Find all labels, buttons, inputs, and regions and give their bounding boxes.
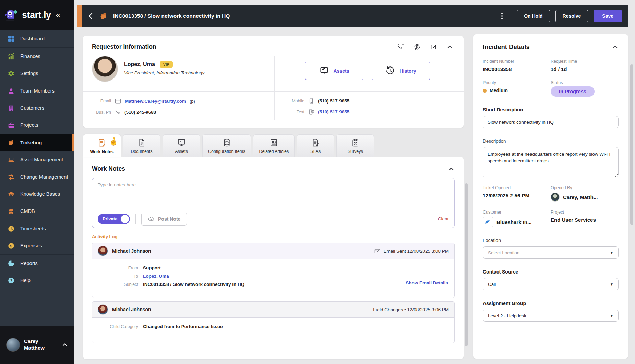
mobile-phone-icon [308,98,314,104]
edit-icon[interactable] [430,43,438,51]
requestor-text-phone-link[interactable]: (510) 517-9855 [318,109,349,114]
requestor-quick-buttons: Assets History [305,62,430,80]
tab-work-notes[interactable]: ☝ Work Notes [83,134,121,157]
post-note-button[interactable]: Post Note [141,213,187,226]
divider [83,91,464,92]
phone-add-icon[interactable] [397,43,404,51]
ticket-icon [8,139,15,146]
on-hold-button[interactable]: On Hold [517,10,550,22]
collapse-chevron-up-icon[interactable] [612,44,619,50]
private-toggle[interactable]: Private [98,214,130,224]
sidebar-user-menu[interactable]: Carey Matthew [0,326,74,364]
assignment-group-select[interactable]: Level 2 - Helpdesk ▼ [483,310,619,322]
short-description-input[interactable] [483,116,619,128]
collapse-chevron-up-icon[interactable] [446,44,453,50]
dropdown-caret-icon: ▼ [610,251,613,255]
clear-link[interactable]: Clear [438,216,449,221]
location-select[interactable]: Select Location ▼ [483,246,619,259]
subject-label: Subject [98,282,138,287]
svg-text:?: ? [10,278,12,283]
sidebar-item-settings[interactable]: Settings [0,65,74,82]
tab-related-articles[interactable]: Related Articles [253,134,295,157]
newspaper-icon [269,138,278,147]
tab-assets[interactable]: Assets [163,134,200,157]
sidebar-item-team-members[interactable]: Team Members [0,82,74,99]
to-value-link[interactable]: Lopez, Uma [143,274,169,279]
sidebar-item-ticketing[interactable]: Ticketing [0,134,74,151]
note-composer: Private Post Note Clear [92,178,455,228]
dropdown-caret-icon: ▼ [610,282,613,286]
email-suffix: (p) [190,99,195,104]
requestor-avatar [92,56,118,82]
cursor-icon: ☝ [108,136,119,147]
sidebar-item-cmdb[interactable]: CMDB [0,203,74,220]
sidebar-item-projects[interactable]: Projects [0,117,74,134]
project-value: End User Services [551,217,619,223]
email-label: Email [92,99,111,104]
envelope-icon [374,248,381,254]
history-clock-icon [385,66,395,75]
save-button[interactable]: Save [594,10,622,22]
sidebar-item-timesheets[interactable]: Timesheets [0,220,74,237]
request-time-label: Request Time [551,59,619,64]
requestor-job-title: Vice President, Information Technology [124,70,204,75]
user-name: Carey Matthew [24,338,58,351]
sidebar: start.ly « Dashboard Finances Settings T… [0,0,74,364]
tab-slas[interactable]: SLAs [297,134,334,157]
sidebar-item-asset-management[interactable]: Asset Management [0,151,74,168]
contact-source-select[interactable]: Call ▼ [483,278,619,290]
more-options-icon[interactable] [499,12,505,21]
finances-chart-icon [8,53,15,60]
main-area: INC0013358 / Slow network connectivity i… [74,0,635,364]
entry-meta: Field Changes • 12/08/2025 3:06 PM [373,307,449,312]
app-logo[interactable]: start.ly « [0,0,74,30]
logo-text: start.ly [22,10,51,21]
activity-entry-header: Michael Johnson Field Changes • 12/08/20… [92,302,454,318]
tab-documents[interactable]: Documents [123,134,160,157]
dashboard-grid-icon [8,35,15,43]
history-button[interactable]: History [372,62,430,80]
sidebar-item-dashboard[interactable]: Dashboard [0,30,74,47]
text-label: Text [285,110,304,114]
incident-details-title: Incident Details [483,43,530,51]
sidebar-item-expenses[interactable]: $ Expenses [0,237,74,254]
requestor-profile: Lopez, Uma VIP Vice President, Informati… [92,56,204,82]
assets-button[interactable]: Assets [305,62,363,80]
status-badge: In Progress [551,86,595,97]
building-icon [8,105,15,112]
database-icon [8,208,15,215]
requestor-card-title: Requestor Information [92,43,156,50]
from-label: From [98,265,138,270]
back-icon[interactable] [88,12,94,20]
collapse-chevron-up-icon[interactable] [448,166,455,172]
incident-header-bar: INC0013358 / Slow network connectivity i… [77,5,628,27]
page-scrollbar[interactable] [630,64,633,225]
user-sync-icon[interactable] [413,43,421,51]
sidebar-item-change-management[interactable]: Change Management [0,168,74,185]
sidebar-item-knowledge-bases[interactable]: Knowledge Bases [0,185,74,203]
sidebar-item-help[interactable]: ? Help [0,272,74,289]
note-input[interactable] [92,178,454,210]
requestor-email-link[interactable]: Matthew.Carey@startly.com [125,99,186,104]
content-scrollbar[interactable] [465,183,468,346]
project-label: Project [551,210,619,215]
chevron-up-icon[interactable] [62,342,68,348]
from-value: Support [143,265,161,270]
description-textarea[interactable]: Employees at the headquarters office rep… [483,147,619,177]
author-avatar [98,304,108,315]
resolve-button[interactable]: Resolve [555,10,588,22]
assignment-group-label: Assignment Group [483,301,619,306]
sidebar-item-customers[interactable]: Customers [0,99,74,117]
entry-meta: Email Sent 12/08/2025 3:08 PM [374,248,449,254]
author-name: Michael Johnson [112,248,151,254]
sidebar-item-reports[interactable]: Reports [0,255,74,272]
location-placeholder: Select Location [488,250,519,255]
sidebar-collapse-icon[interactable]: « [56,10,60,20]
show-email-details-link[interactable]: Show Email Details [406,280,448,286]
sidebar-item-finances[interactable]: Finances [0,48,74,65]
activity-entry-body: FromSupport ToLopez, Uma SubjectINC00133… [92,259,454,298]
work-notes-icon [97,138,106,147]
tab-configuration-items[interactable]: Configuration Items [202,134,251,157]
tab-surveys[interactable]: Surveys [336,134,374,157]
shark-logo-icon [484,218,492,226]
